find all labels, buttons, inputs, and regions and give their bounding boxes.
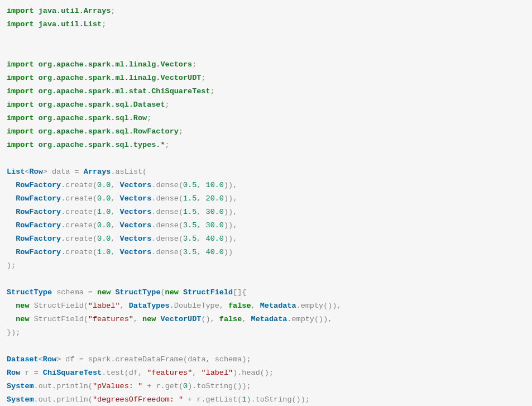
code-block: import java.util.Arrays; import java.uti… [7,4,525,406]
